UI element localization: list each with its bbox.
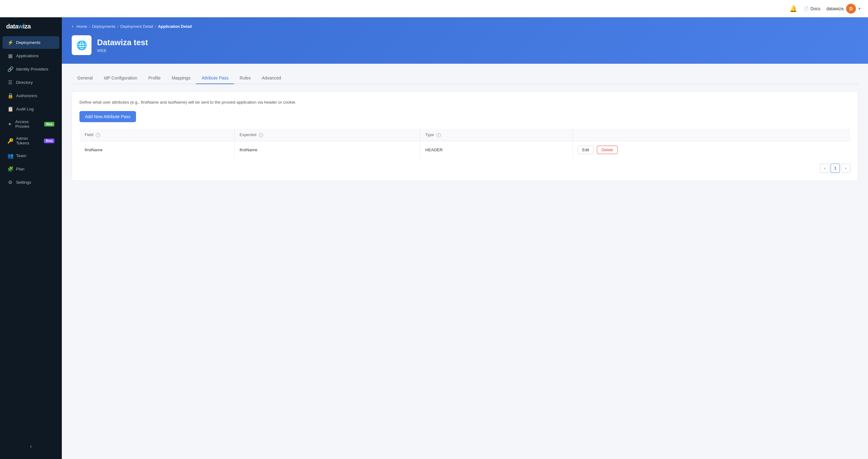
- authorizers-icon: 🔒: [7, 93, 13, 99]
- col-expected: Expected i: [235, 129, 421, 141]
- sidebar-item-authorizers[interactable]: 🔒 Authorizers: [2, 89, 59, 102]
- sidebar-item-applications[interactable]: ▦ Applications: [2, 50, 59, 62]
- pagination: ‹ 1 ›: [80, 164, 850, 173]
- sidebar-item-audit-log[interactable]: 📋 Audit Log: [2, 103, 59, 115]
- sidebar-item-label: Directory: [16, 80, 33, 85]
- breadcrumb-sep-1: /: [89, 24, 90, 29]
- sidebar-item-deployments[interactable]: ⚡ Deployments: [2, 36, 59, 49]
- sidebar-nav: ⚡ Deployments ▦ Applications 🔗 Identity …: [0, 35, 62, 440]
- access-proxies-badge: New: [44, 122, 54, 126]
- audit-log-icon: 📋: [7, 106, 13, 112]
- tab-idp-configuration[interactable]: IdP Configuration: [98, 73, 143, 84]
- identity-providers-icon: 🔗: [7, 66, 13, 72]
- add-new-attribute-pass-button[interactable]: Add New Attribute Pass: [80, 111, 136, 122]
- breadcrumb-sep-2: /: [118, 24, 119, 29]
- tab-profile[interactable]: Profile: [143, 73, 166, 84]
- sidebar-item-label: Team: [16, 153, 26, 158]
- delete-button[interactable]: Delete: [597, 146, 618, 154]
- tab-general[interactable]: General: [72, 73, 98, 84]
- chevron-down-icon: ▾: [859, 6, 861, 11]
- collapse-icon: ‹: [30, 443, 32, 449]
- sidebar-item-label: Admin Tokens: [16, 136, 39, 145]
- field-info-icon: i: [96, 133, 100, 137]
- breadcrumb-item-deployment-detail[interactable]: Deployment Detail: [120, 24, 153, 29]
- sidebar-item-access-proxies[interactable]: ✦ Access Proxies New: [2, 116, 59, 132]
- table-header: Field i Expected i Type i: [80, 129, 850, 141]
- expected-info-icon: i: [259, 133, 263, 137]
- breadcrumb: ‹ Home/Deployments/Deployment Detail/App…: [72, 24, 858, 29]
- app-globe-icon: 🌐: [76, 40, 87, 50]
- tab-rules[interactable]: Rules: [234, 73, 256, 84]
- main-content: ‹ Home/Deployments/Deployment Detail/App…: [62, 17, 868, 459]
- cell-expected: firstName: [235, 141, 421, 159]
- username-label: datawiza: [827, 6, 844, 11]
- attribute-pass-table: Field i Expected i Type i fi: [80, 128, 850, 159]
- edit-button[interactable]: Edit: [578, 146, 594, 154]
- plan-icon: 🧩: [7, 166, 13, 172]
- col-type: Type i: [420, 129, 572, 141]
- cell-type: HEADER: [420, 141, 572, 159]
- pagination-next-button[interactable]: ›: [841, 164, 850, 173]
- sidebar-item-label: Authorizers: [16, 93, 37, 98]
- access-proxies-icon: ✦: [7, 121, 12, 127]
- app-subtitle: WEB: [97, 48, 148, 53]
- docs-link[interactable]: 📄 Docs: [803, 6, 820, 11]
- sidebar-item-identity-providers[interactable]: 🔗 Identity Providers: [2, 63, 59, 76]
- sidebar-item-label: Plan: [16, 167, 24, 171]
- sidebar-collapse-button[interactable]: ‹: [0, 440, 62, 453]
- tab-mappings[interactable]: Mappings: [166, 73, 196, 84]
- attribute-pass-description: Define what user attributes (e.g., first…: [80, 99, 850, 106]
- add-button-label: Add New Attribute Pass: [85, 114, 130, 119]
- table-body: firstName firstName HEADER Edit Delete: [80, 141, 850, 159]
- logo-text: datawiza: [6, 23, 31, 30]
- sidebar-item-directory[interactable]: ☰ Directory: [2, 76, 59, 89]
- col-actions: [572, 129, 850, 141]
- deployments-icon: ⚡: [7, 39, 13, 46]
- tab-advanced[interactable]: Advanced: [256, 73, 286, 84]
- type-info-icon: i: [436, 133, 441, 137]
- notification-icon[interactable]: 🔔: [789, 5, 797, 12]
- pagination-page-1-button[interactable]: 1: [831, 164, 840, 173]
- table-row: firstName firstName HEADER Edit Delete: [80, 141, 850, 159]
- sidebar-item-admin-tokens[interactable]: 🔑 Admin Tokens Beta: [2, 133, 59, 149]
- user-menu[interactable]: datawiza D ▾: [827, 4, 861, 13]
- admin-tokens-badge: Beta: [44, 139, 54, 143]
- page-body: GeneralIdP ConfigurationProfileMappingsA…: [62, 64, 868, 459]
- breadcrumb-item-home[interactable]: Home: [76, 24, 87, 29]
- sidebar-item-team[interactable]: 👥 Team: [2, 149, 59, 162]
- sidebar-item-settings[interactable]: ⚙ Settings: [2, 176, 59, 189]
- tabs: GeneralIdP ConfigurationProfileMappingsA…: [72, 73, 858, 84]
- sidebar-item-plan[interactable]: 🧩 Plan: [2, 163, 59, 175]
- cell-field: firstName: [80, 141, 235, 159]
- app-body: datawiza ⚡ Deployments ▦ Applications 🔗 …: [0, 17, 868, 459]
- app-title-group: Datawiza test WEB: [97, 38, 148, 53]
- sidebar-item-label: Settings: [16, 180, 31, 185]
- doc-icon: 📄: [803, 6, 809, 11]
- sidebar-item-label: Identity Providers: [16, 67, 48, 71]
- avatar: D: [846, 4, 856, 13]
- tab-attribute-pass[interactable]: Attribute Pass: [196, 73, 234, 84]
- app-title: Datawiza test: [97, 38, 148, 47]
- breadcrumb-item-deployments[interactable]: Deployments: [92, 24, 116, 29]
- attribute-pass-card: Define what user attributes (e.g., first…: [72, 91, 858, 181]
- avatar-initial: D: [849, 6, 852, 11]
- sidebar: datawiza ⚡ Deployments ▦ Applications 🔗 …: [0, 17, 62, 459]
- cell-actions: Edit Delete: [572, 141, 850, 159]
- app-icon-box: 🌐: [72, 35, 92, 55]
- topbar: 🔔 📄 Docs datawiza D ▾: [0, 0, 868, 17]
- directory-icon: ☰: [7, 80, 13, 85]
- breadcrumb-back-icon[interactable]: ‹: [72, 24, 73, 29]
- settings-icon: ⚙: [7, 179, 13, 185]
- team-icon: 👥: [7, 153, 13, 159]
- sidebar-item-label: Audit Log: [16, 107, 34, 111]
- pagination-prev-button[interactable]: ‹: [820, 164, 829, 173]
- sidebar-item-label: Applications: [16, 54, 39, 58]
- sidebar-item-label: Access Proxies: [16, 119, 40, 129]
- logo: datawiza: [0, 17, 62, 35]
- col-field: Field i: [80, 129, 235, 141]
- breadcrumb-sep-3: /: [155, 24, 156, 29]
- sidebar-item-label: Deployments: [16, 40, 40, 45]
- applications-icon: ▦: [7, 53, 13, 59]
- admin-tokens-icon: 🔑: [7, 138, 13, 144]
- app-header-row: 🌐 Datawiza test WEB: [72, 35, 858, 55]
